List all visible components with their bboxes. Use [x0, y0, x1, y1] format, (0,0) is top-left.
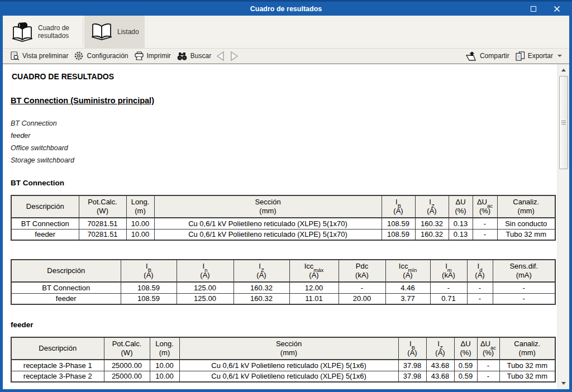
table-cell: 10.00 [126, 218, 154, 229]
column-header: IZ(A) [426, 337, 454, 360]
export-dropdown-icon [557, 55, 562, 57]
toolbar: Vista preliminar Configuración Imprimir [3, 48, 569, 64]
table-cell: 4.46 [385, 282, 430, 293]
results-book-icon [11, 21, 34, 42]
column-header: Canaliz.(mm) [497, 195, 555, 218]
table-cell: Cu 0,6/1 kV Polietileno reticulado (XLPE… [179, 371, 398, 382]
print-preview-button[interactable]: Vista preliminar [7, 49, 71, 63]
column-header: Iccmín(A) [385, 260, 430, 282]
table-cell: 20.00 [339, 293, 385, 304]
table-header-row: DescripciónPot.Calc.(W)Long.(m)Sección(m… [11, 337, 555, 360]
vertical-scrollbar[interactable] [557, 64, 569, 389]
maximize-button[interactable] [524, 2, 543, 16]
table-cell: 108.59 [382, 229, 415, 240]
ribbon: Cuadro de resultados Listado [3, 16, 569, 48]
table-cell: - [473, 218, 497, 229]
table-cell: 25000.00 [104, 371, 150, 382]
scroll-up-icon [561, 69, 566, 71]
column-header: ΔU(%) [449, 195, 473, 218]
table-cell: 160.32 [415, 218, 449, 229]
export-icon [515, 51, 525, 61]
scrollbar-thumb[interactable] [559, 76, 568, 169]
next-page-button[interactable] [227, 49, 241, 63]
table-cell: - [493, 282, 555, 293]
table-row: BT Connection70281.5110.00Cu 0,6/1 kV Po… [11, 218, 555, 229]
table-cell: - [339, 282, 385, 293]
toolbar-label: Configuración [87, 52, 128, 60]
column-header: Id(A) [467, 260, 493, 282]
circuit-item: feeder [11, 130, 557, 142]
binoculars-icon [177, 51, 188, 61]
window-controls [524, 2, 566, 16]
bt-connection-protections-table: DescripciónIB(A)In(A)IZ(A)Iccmáx(A)Pdc(k… [11, 259, 556, 305]
table-cell: 12.00 [289, 282, 339, 293]
column-header: Long.(m) [126, 195, 154, 218]
table-header-row: DescripciónPot.Calc.(W)Long.(m)Sección(m… [11, 195, 555, 218]
bt-connection-sections-table: DescripciónPot.Calc.(W)Long.(m)Sección(m… [11, 195, 556, 241]
circuit-list: BT Connection feeder Office switchboard … [11, 117, 557, 166]
table-cell: 25000.00 [104, 360, 150, 371]
scroll-down-icon [561, 382, 566, 385]
table-cell: 10.00 [150, 360, 179, 371]
table-cell: 108.59 [121, 293, 177, 304]
table-cell: - [473, 229, 497, 240]
circuit-item: Office switchboard [11, 142, 557, 154]
window-body: Cuadro de resultados Listado [0, 16, 572, 392]
report-subtitle: BT Connection (Suministro principal) [11, 96, 557, 105]
settings-button[interactable]: Configuración [71, 49, 131, 63]
tab-label: Listado [117, 28, 139, 36]
table-cell: feeder [11, 293, 121, 304]
print-button[interactable]: Imprimir [131, 49, 174, 63]
close-button[interactable] [547, 2, 566, 16]
export-button[interactable]: Exportar [512, 49, 565, 63]
table-cell: 43.68 [426, 371, 454, 382]
column-header: IZ(A) [415, 195, 449, 218]
gear-icon [74, 51, 84, 61]
tab-listado[interactable]: Listado [84, 16, 145, 48]
column-header: Canaliz.(mm) [499, 337, 555, 360]
toolbar-label: Imprimir [147, 52, 171, 60]
table-cell: 125.00 [177, 293, 233, 304]
column-header: IB(A) [382, 195, 415, 218]
table-cell: 37.98 [398, 371, 426, 382]
previous-arrow-icon [215, 51, 226, 61]
column-header: Pot.Calc.(W) [104, 337, 150, 360]
content-area: CUADRO DE RESULTADOS BT Connection (Sumi… [3, 64, 569, 389]
column-header: ΔU(%) [454, 337, 477, 360]
table-cell: 37.98 [398, 360, 426, 371]
section-heading-feeder: feeder [11, 321, 557, 329]
search-button[interactable]: Buscar [174, 49, 214, 63]
table-cell: - [467, 293, 493, 304]
table-cell: 70281.51 [79, 218, 126, 229]
table-cell: BT Connection [11, 282, 121, 293]
share-button[interactable]: Compartir [463, 49, 512, 63]
table-cell: - [477, 360, 499, 371]
table-cell: 0.71 [430, 293, 467, 304]
print-preview-icon [10, 51, 20, 61]
table-cell: BT Connection [11, 218, 79, 229]
circuit-item: BT Connection [11, 117, 557, 130]
table-cell: 160.32 [233, 282, 289, 293]
table-row: receptacle 3-Phase 225000.0010.00Cu 0,6/… [11, 371, 555, 382]
column-header: Pot.Calc.(W) [79, 195, 126, 218]
table-cell: 125.00 [177, 282, 233, 293]
tab-cuadro-de-resultados[interactable]: Cuadro de resultados [5, 16, 82, 48]
table-cell: 43.68 [426, 360, 454, 371]
scroll-down-button[interactable] [558, 379, 569, 388]
previous-page-button[interactable] [214, 49, 227, 63]
table-cell: Cu 0,6/1 kV Polietileno reticulado (XLPE… [154, 218, 382, 229]
table-cell: receptacle 3-Phase 2 [11, 371, 104, 382]
column-header: IZ(A) [233, 260, 289, 282]
share-icon [465, 51, 477, 61]
column-header: Long.(m) [150, 337, 179, 360]
ribbon-separator [83, 17, 83, 46]
column-header: Descripción [11, 195, 79, 218]
column-header: Sección(mm) [154, 195, 382, 218]
title-bar[interactable]: Cuadro de resultados [0, 0, 572, 16]
column-header: ΔUac(%) [473, 195, 497, 218]
scroll-up-button[interactable] [558, 65, 569, 75]
table-cell: 3.77 [385, 293, 430, 304]
column-header: Descripción [11, 337, 104, 360]
table-cell: Cu 0,6/1 kV Polietileno reticulado (XLPE… [179, 360, 398, 371]
table-cell: 108.59 [382, 218, 415, 229]
